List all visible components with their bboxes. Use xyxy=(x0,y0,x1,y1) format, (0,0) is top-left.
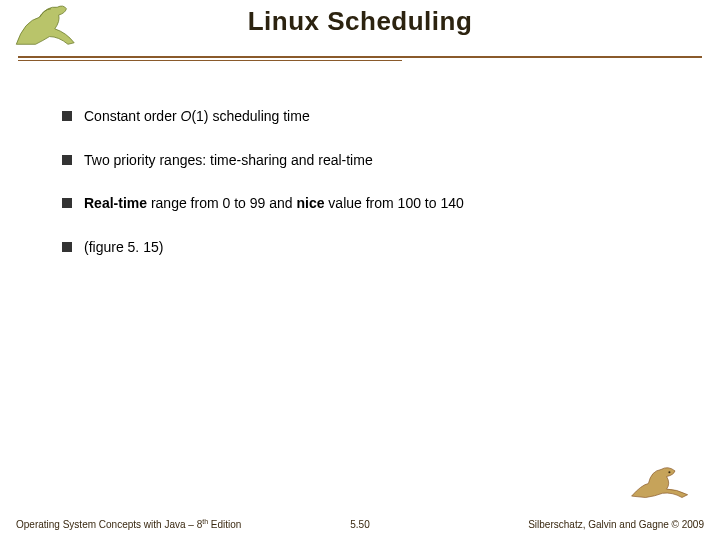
page-title: Linux Scheduling xyxy=(0,6,720,37)
list-item: Real-time range from 0 to 99 and nice va… xyxy=(62,195,658,213)
page-number: 5.50 xyxy=(350,519,369,530)
text: range from 0 to 99 and xyxy=(147,195,296,211)
text: Two priority ranges: time-sharing and re… xyxy=(84,152,373,168)
bullet-text: Two priority ranges: time-sharing and re… xyxy=(84,152,658,170)
slide: Linux Scheduling Constant order O(1) sch… xyxy=(0,0,720,540)
list-item: Constant order O(1) scheduling time xyxy=(62,108,658,126)
bullet-marker xyxy=(62,242,72,252)
body: Constant order O(1) scheduling time Two … xyxy=(62,108,658,282)
header: Linux Scheduling xyxy=(0,0,720,62)
footer-left: Operating System Concepts with Java – 8t… xyxy=(16,518,241,530)
bullet-text: Constant order O(1) scheduling time xyxy=(84,108,658,126)
list-item: (figure 5. 15) xyxy=(62,239,658,257)
footer-right: Silberschatz, Galvin and Gagne © 2009 xyxy=(528,519,704,530)
header-rules xyxy=(18,56,702,62)
bullet-marker xyxy=(62,111,72,121)
list-item: Two priority ranges: time-sharing and re… xyxy=(62,152,658,170)
svg-point-0 xyxy=(668,471,670,473)
text: (figure 5. 15) xyxy=(84,239,163,255)
text: Constant order xyxy=(84,108,181,124)
bullet-text: (figure 5. 15) xyxy=(84,239,658,257)
text: value from 100 to 140 xyxy=(324,195,463,211)
text: Operating System Concepts with Java – 8 xyxy=(16,519,202,530)
footer: Operating System Concepts with Java – 8t… xyxy=(16,518,704,530)
emph: Real-time xyxy=(84,195,147,211)
emph: O xyxy=(181,108,192,124)
emph: nice xyxy=(296,195,324,211)
dinosaur-icon xyxy=(626,454,696,506)
text: (1) scheduling time xyxy=(191,108,309,124)
bullet-marker xyxy=(62,198,72,208)
bullet-marker xyxy=(62,155,72,165)
text: Edition xyxy=(208,519,241,530)
bullet-text: Real-time range from 0 to 99 and nice va… xyxy=(84,195,658,213)
dinosaur-icon xyxy=(12,0,90,52)
